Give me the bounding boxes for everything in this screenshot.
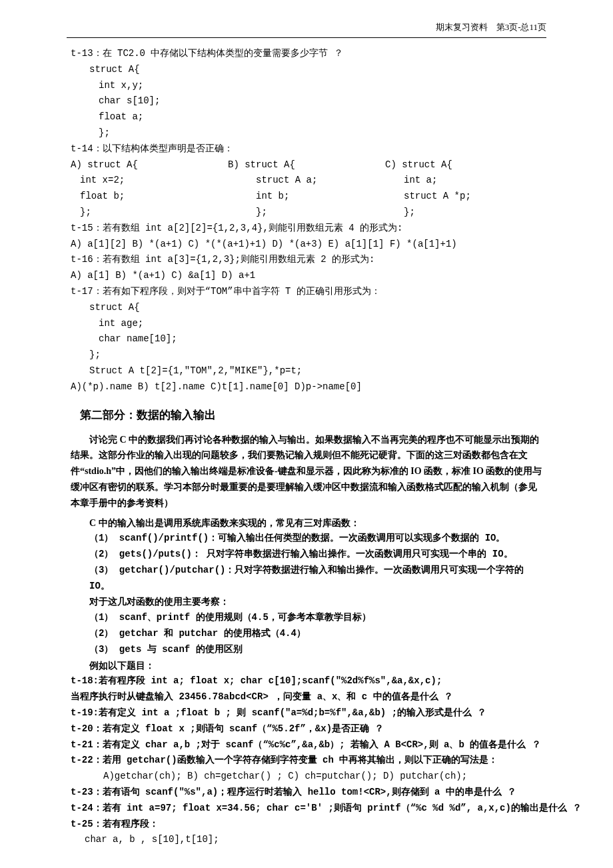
t13-code-l2: int x,y;: [71, 78, 542, 94]
t16-options: A) a[1] B) *(a+1) C) &a[1] D) a+1: [71, 268, 542, 284]
t17-options: A)(*p).name B) t[2].name C)t[1].name[0] …: [71, 379, 542, 395]
section2-paragraph: 讨论完 C 中的数据我们再讨论各种数据的输入与输出。如果数据输入不当再完美的程序…: [71, 432, 542, 511]
t14-c-l3: };: [385, 205, 542, 221]
t17-code-l1: struct A{: [71, 300, 542, 316]
t19-question: t-19:若有定义 int a ;float b ; 则 scanf("a=%d…: [71, 705, 542, 721]
t22-options: A)getchar(ch); B) ch=getchar() ; C) ch=p…: [71, 769, 542, 785]
t14-option-a: A) struct A{ int x=2; float b; };: [71, 157, 228, 221]
t16-question: t-16：若有数组 int a[3]={1,2,3};则能引用数组元素 2 的形…: [71, 252, 542, 268]
page-prefix: 第: [496, 22, 505, 32]
t25-question: t-25：若有程序段：: [71, 817, 542, 833]
t17-code-l5: Struct A t[2]={1,"TOM",2,"MIKE"},*p=t;: [71, 363, 542, 379]
t23-question: t-23：若有语句 scanf("%s",a)；程序运行时若输入 hello t…: [71, 785, 542, 801]
t15-options: A) a[1][2] B) *(a+1) C) *(*(a+1)+1) D) *…: [71, 237, 542, 253]
t14-b-l1: struct A a;: [228, 173, 385, 189]
t24-question: t-24：若有 int a=97; float x=34.56; char c=…: [71, 801, 542, 817]
header-label: 期末复习资料: [436, 22, 488, 32]
lib-item-3: （3） getchar()/putchar()：只对字符数据进行输入和输出操作。…: [71, 563, 542, 595]
t14-option-c: C) struct A{ int a; struct A *p; };: [385, 157, 542, 221]
section2-title: 第二部分：数据的输入输出: [80, 406, 542, 425]
document-page: 期末复习资料 第3页-总11页 t-13：在 TC2.0 中存储以下结构体类型的…: [33, 0, 580, 868]
t14-c-l1: int a;: [385, 173, 542, 189]
document-body: t-13：在 TC2.0 中存储以下结构体类型的变量需要多少字节 ？ struc…: [67, 46, 546, 848]
lib-intro: C 中的输入输出是调用系统库函数来实现的，常见有三对库函数：: [71, 515, 542, 531]
examples-title: 例如以下题目：: [71, 658, 542, 674]
t17-code-l2: int age;: [71, 316, 542, 332]
t13-code-l4: float a;: [71, 109, 542, 125]
t21-question: t-21：若有定义 char a,b ;对于 scanf（“%c%c”,&a,&…: [71, 737, 542, 753]
exam-item-3: （3） gets 与 scanf 的使用区别: [71, 642, 542, 658]
page-suffix: 页: [538, 22, 546, 32]
t14-a-l2: float b;: [71, 189, 228, 205]
exam-intro: 对于这几对函数的使用主要考察：: [71, 594, 542, 610]
page-total: 11: [529, 22, 538, 32]
t13-code-l1: struct A{: [71, 62, 542, 78]
t17-code-l4: };: [71, 347, 542, 363]
t17-question: t-17：若有如下程序段，则对于“TOM”串中首字符 T 的正确引用形式为：: [71, 284, 542, 300]
t13-code-l3: char s[10];: [71, 93, 542, 109]
t18-question-2: 当程序执行时从键盘输入 23456.78abcd<CR> ，问变量 a、x、和 …: [71, 689, 542, 705]
t18-question: t-18:若有程序段 int a; float x; char c[10];sc…: [71, 673, 542, 689]
t14-a-head: A) struct A{: [71, 157, 228, 173]
page-header: 期末复习资料 第3页-总11页: [67, 20, 546, 38]
lib-item-1: （1） scanf()/printf()：可输入输出任何类型的数据。一次函数调用…: [71, 531, 542, 547]
t14-b-l2: int b;: [228, 189, 385, 205]
t14-a-l1: int x=2;: [71, 173, 228, 189]
exam-item-2: （2） getchar 和 putchar 的使用格式（4.4）: [71, 626, 542, 642]
t13-code-l5: };: [71, 125, 542, 141]
t17-code-l3: char name[10];: [71, 331, 542, 347]
exam-item-1: （1） scanf、printf 的使用规则（4.5，可参考本章教学目标）: [71, 610, 542, 626]
page-mid: 页-总: [509, 22, 529, 32]
t14-b-l3: };: [228, 205, 385, 221]
t15-question: t-15：若有数组 int a[2][2]={1,2,3,4},则能引用数组元素…: [71, 221, 542, 237]
t14-c-head: C) struct A{: [385, 157, 542, 173]
t14-b-head: B) struct A{: [228, 157, 385, 173]
t14-a-l3: };: [71, 205, 228, 221]
t14-option-b: B) struct A{ struct A a; int b; };: [228, 157, 385, 221]
lib-item-2: （2） gets()/puts()： 只对字符串数据进行输入输出操作。一次函数调…: [71, 547, 542, 563]
t20-question: t-20：若有定义 float x ;则语句 scanf（“%5.2f”，&x)…: [71, 721, 542, 737]
t14-question: t-14：以下结构体类型声明是否正确：: [71, 141, 542, 157]
t13-question: t-13：在 TC2.0 中存储以下结构体类型的变量需要多少字节 ？: [71, 46, 542, 62]
t22-question: t-22：若用 getchar()函数输入一个字符存储到字符变量 ch 中再将其…: [71, 753, 542, 769]
t25-code-l1: char a, b , s[10],t[10];: [71, 832, 542, 848]
t14-c-l2: struct A *p;: [385, 189, 542, 205]
t14-options-row: A) struct A{ int x=2; float b; }; B) str…: [71, 157, 542, 221]
